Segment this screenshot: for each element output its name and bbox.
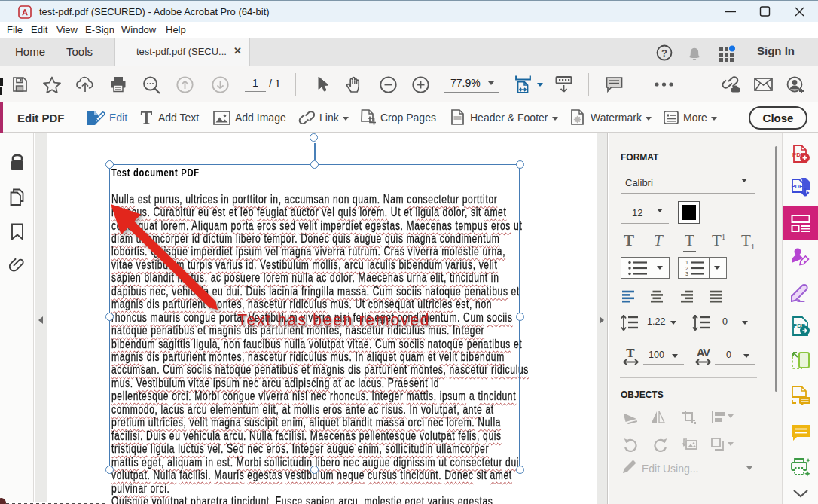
- svg-text:PDF: PDF: [792, 183, 803, 190]
- svg-text:AV: AV: [697, 347, 710, 359]
- svg-text:T: T: [626, 347, 635, 360]
- svg-text:2: 2: [685, 266, 688, 271]
- svg-text:1: 1: [685, 260, 688, 265]
- svg-text:?: ?: [661, 47, 667, 59]
- svg-text:3: 3: [685, 271, 688, 276]
